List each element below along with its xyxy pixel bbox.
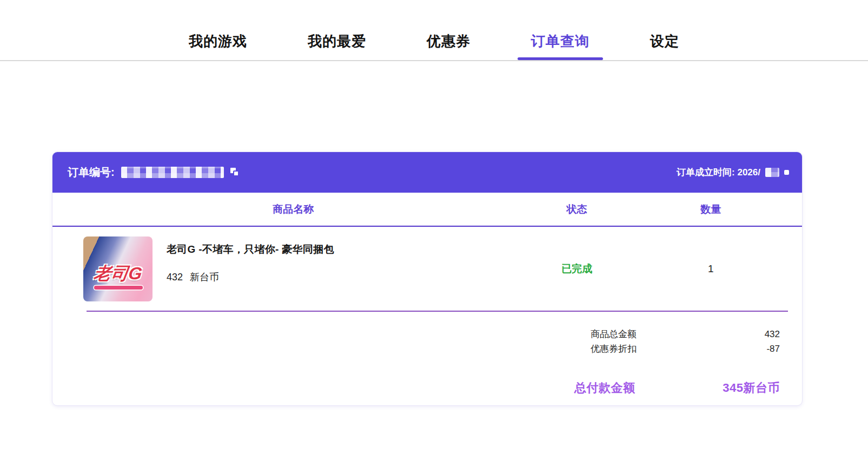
summary-total-row: 总付款金额 345新台币 [574, 380, 780, 396]
tab-settings[interactable]: 设定 [650, 32, 679, 51]
order-number-redacted [121, 167, 224, 178]
order-card-header: 订单编号: 订单成立时间: 2026/ [52, 152, 802, 193]
order-date-redacted [765, 168, 779, 177]
product-thumbnail-logo: 老司G [92, 262, 143, 286]
order-number-label: 订单编号: [68, 165, 115, 180]
summary-total-value: 345新台币 [723, 380, 780, 396]
summary-discount-value: -87 [766, 341, 780, 356]
order-summary: 商品总金额 432 优惠券折扣 -87 总付款金额 345新台币 [574, 327, 780, 396]
product-name: 老司G -不堵车，只堵你- 豪华同捆包 [167, 242, 334, 257]
tab-my-favorites[interactable]: 我的最爱 [308, 32, 366, 51]
summary-row-subtotal: 商品总金额 432 [574, 327, 780, 341]
product-thumbnail-tagline-bar [94, 286, 143, 290]
tab-coupons[interactable]: 优惠券 [427, 32, 471, 51]
column-header-status: 状态 [534, 202, 620, 216]
order-item-row: 老司G 老司G -不堵车，只堵你- 豪华同捆包 432 新台币 已完成 1 [52, 227, 802, 311]
tab-order-inquiry[interactable]: 订单查询 [531, 32, 589, 51]
column-header-quantity: 数量 [619, 202, 802, 216]
order-created-label: 订单成立时间: 2026/ [677, 166, 760, 179]
summary-discount-label: 优惠券折扣 [591, 341, 637, 356]
summary-total-label: 总付款金额 [574, 380, 635, 396]
summary-subtotal-value: 432 [765, 327, 780, 341]
order-quantity: 1 [620, 263, 802, 275]
order-table-header: 商品名称 状态 数量 [52, 193, 802, 227]
product-price-amount: 432 [167, 272, 183, 283]
top-nav: 我的游戏 我的最爱 优惠券 订单查询 设定 [0, 0, 868, 61]
order-status-badge: 已完成 [534, 262, 620, 276]
summary-divider [87, 311, 788, 312]
product-price: 432 新台币 [167, 271, 334, 284]
date-square-icon [784, 170, 789, 175]
tab-my-games[interactable]: 我的游戏 [189, 32, 247, 51]
product-thumbnail[interactable]: 老司G [83, 236, 153, 301]
order-card: 订单编号: 订单成立时间: 2026/ 商品名称 状态 数量 老司G 老司G -… [52, 152, 803, 406]
copy-icon[interactable] [230, 168, 240, 178]
summary-subtotal-label: 商品总金额 [591, 327, 637, 341]
summary-row-coupon-discount: 优惠券折扣 -87 [574, 341, 780, 356]
product-price-currency: 新台币 [190, 271, 219, 284]
column-header-product: 商品名称 [52, 202, 534, 216]
